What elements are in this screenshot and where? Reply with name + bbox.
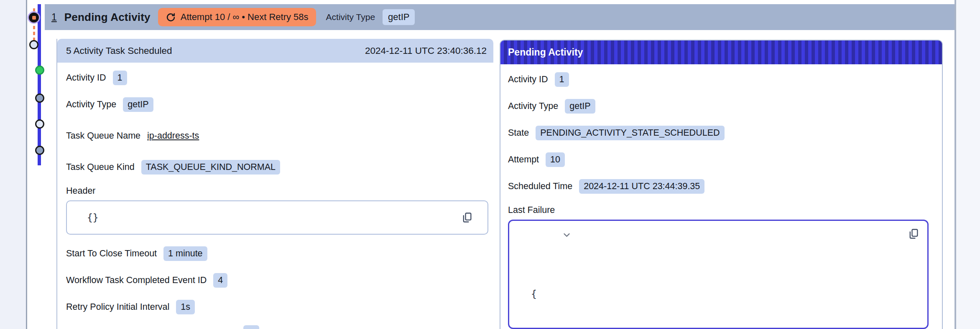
left-panel-divider — [26, 0, 27, 329]
field-value-badge: 1s — [176, 300, 195, 314]
field-row-activity-id: Activity ID 1 — [508, 71, 934, 87]
field-label: Activity ID — [66, 73, 106, 83]
field-row-activity-id: Activity ID 1 — [66, 70, 488, 86]
retry-status-text: Attempt 10 / ∞ • Next Retry 58s — [181, 12, 309, 23]
field-label: Task Queue Name — [66, 131, 140, 141]
pending-activity-header: Pending Activity — [500, 40, 942, 64]
field-label: Retry Policy Initial Interval — [66, 302, 169, 312]
timeline-dot-green[interactable] — [35, 66, 44, 75]
event-title: Pending Activity — [64, 11, 151, 24]
retry-status-pill: Attempt 10 / ∞ • Next Retry 58s — [158, 8, 316, 26]
activity-type-label: Activity Type — [326, 12, 375, 22]
clipped-next-field-badge — [243, 325, 259, 329]
event-panel-title: 5 Activity Task Scheduled — [66, 46, 172, 56]
field-value-badge: 1 minute — [163, 246, 207, 261]
code-line: { — [531, 287, 919, 301]
current-event-marker-center — [32, 16, 36, 20]
field-row-task-queue-name: Task Queue Name ip-address-ts — [66, 128, 488, 144]
field-value-badge: 1 — [555, 72, 569, 87]
event-id-link[interactable]: 1 — [51, 12, 57, 23]
field-label: Workflow Task Completed Event ID — [66, 275, 207, 286]
field-row-start-to-close: Start To Close Timeout 1 minute — [66, 245, 488, 261]
field-value-badge: 10 — [546, 152, 565, 167]
field-row-retry-initial-interval: Retry Policy Initial Interval 1s — [66, 299, 488, 315]
timeline-line — [38, 4, 41, 165]
event-list-rail — [0, 0, 26, 329]
field-label: Attempt — [508, 154, 539, 165]
field-value-badge: 4 — [213, 273, 227, 288]
copy-icon[interactable] — [906, 227, 921, 241]
current-event-marker-ring — [29, 13, 39, 23]
timeline-dot-light[interactable] — [35, 119, 44, 129]
field-row-task-queue-kind: Task Queue Kind TASK_QUEUE_KIND_NORMAL — [66, 159, 488, 175]
timeline-dot-gray[interactable] — [35, 94, 44, 103]
header-code-box: {} — [66, 200, 488, 235]
field-label: Activity Type — [66, 99, 116, 110]
field-label: Scheduled Time — [508, 181, 572, 192]
field-label: Task Queue Kind — [66, 162, 135, 172]
header-code-text: {} — [87, 212, 99, 223]
last-failure-code-box: { "message": "fetch failed", "source": "… — [508, 220, 929, 329]
field-value-badge: TASK_QUEUE_KIND_NORMAL — [141, 160, 280, 175]
last-failure-label: Last Failure — [508, 205, 934, 215]
field-row-activity-type: Activity Type getIP — [508, 98, 934, 114]
event-panel-timestamp: 2024-12-11 UTC 23:40:36.12 — [365, 46, 487, 56]
event-panel-header[interactable]: 5 Activity Task Scheduled 2024-12-11 UTC… — [57, 39, 493, 63]
field-label: State — [508, 128, 529, 138]
field-value-badge: 2024-12-11 UTC 23:44:39.35 — [579, 179, 704, 194]
field-row-wft-completed-id: Workflow Task Completed Event ID 4 — [66, 272, 488, 288]
field-label: Activity ID — [508, 74, 548, 85]
field-row-state: State PENDING_ACTIVITY_STATE_SCHEDULED — [508, 125, 934, 141]
pending-activity-title: Pending Activity — [508, 47, 583, 58]
field-value-badge: getIP — [565, 99, 595, 114]
field-label: Start To Close Timeout — [66, 248, 157, 259]
field-value-badge: getIP — [123, 97, 153, 112]
event-summary-bar: 1 Pending Activity Attempt 10 / ∞ • Next… — [45, 4, 954, 30]
field-row-scheduled-time: Scheduled Time 2024-12-11 UTC 23:44:39.3… — [508, 178, 934, 194]
chevron-down-icon[interactable] — [517, 233, 570, 238]
header-section-label: Header — [66, 186, 488, 196]
field-row-attempt: Attempt 10 — [508, 152, 934, 167]
current-event-marker-icon[interactable] — [28, 11, 40, 24]
copy-icon[interactable] — [460, 210, 474, 225]
activity-type-badge: getIP — [383, 9, 415, 25]
timeline-dot-pending[interactable] — [29, 40, 38, 49]
page-right-margin — [956, 0, 980, 329]
field-value-badge: 1 — [113, 71, 127, 85]
right-panel-divider — [954, 0, 956, 329]
task-queue-link[interactable]: ip-address-ts — [147, 131, 199, 141]
retry-icon — [166, 12, 176, 23]
timeline-dot-gray[interactable] — [35, 146, 44, 155]
field-value-badge: PENDING_ACTIVITY_STATE_SCHEDULED — [536, 126, 724, 140]
field-row-activity-type: Activity Type getIP — [66, 96, 488, 112]
code-text: { — [531, 289, 537, 299]
pending-activity-panel: Pending Activity Activity ID 1 Activity … — [500, 40, 943, 329]
field-label: Activity Type — [508, 101, 558, 111]
activity-task-scheduled-panel: 5 Activity Task Scheduled 2024-12-11 UTC… — [56, 39, 493, 329]
